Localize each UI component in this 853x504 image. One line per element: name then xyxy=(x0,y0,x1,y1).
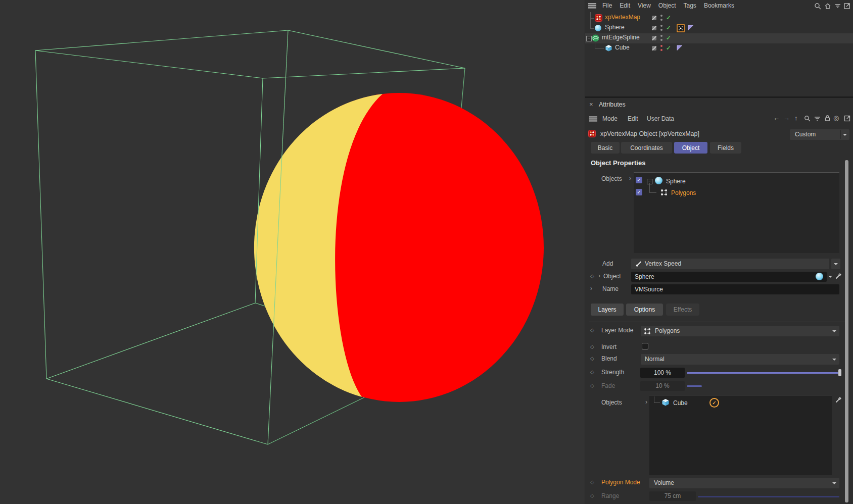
checkbox-checked[interactable]: ✓ xyxy=(636,177,642,183)
filter-icon[interactable] xyxy=(814,116,821,122)
menu-edit[interactable]: Edit xyxy=(628,115,638,122)
keyframe-diamond-icon[interactable]: ◇ xyxy=(590,327,594,333)
3d-viewport[interactable] xyxy=(0,0,585,504)
search-icon[interactable] xyxy=(804,115,811,122)
vertex-map-tag-icon[interactable] xyxy=(677,24,685,32)
keyframe-diamond-icon[interactable]: ◇ xyxy=(590,356,594,361)
om-item-label[interactable]: mtEdgeSpline xyxy=(602,34,640,41)
layer-square-icon[interactable] xyxy=(652,36,656,40)
add-dropdown-button[interactable] xyxy=(831,259,840,269)
om-row-cube[interactable]: Cube ✓ xyxy=(585,43,853,54)
eyedropper-icon[interactable] xyxy=(835,273,842,280)
enabled-check-icon[interactable]: ✓ xyxy=(666,44,671,52)
close-icon[interactable]: × xyxy=(589,100,593,108)
search-icon[interactable] xyxy=(814,3,821,10)
keyframe-diamond-icon[interactable]: ◇ xyxy=(590,369,594,375)
target-icon[interactable]: ◎ xyxy=(833,114,839,122)
menu-object[interactable]: Object xyxy=(658,2,676,9)
subtab-layers[interactable]: Layers xyxy=(591,304,624,316)
list-item-cube[interactable]: Cube ✓ xyxy=(649,397,832,409)
hamburger-icon[interactable] xyxy=(588,3,596,9)
list-item-label[interactable]: Cube xyxy=(673,399,688,407)
strength-slider[interactable] xyxy=(687,368,842,378)
object-link-field[interactable]: Sphere xyxy=(631,272,827,282)
keyframe-diamond-icon[interactable]: ◇ xyxy=(590,479,594,485)
subtab-options[interactable]: Options xyxy=(626,304,663,316)
polygon-mode-dropdown[interactable]: Volume xyxy=(649,478,839,488)
om-row-xpvertexmap[interactable]: xpVertexMap ✓ xyxy=(585,13,853,23)
subtab-effects[interactable]: Effects xyxy=(666,304,699,316)
keyframe-diamond-icon[interactable]: ◇ xyxy=(590,344,594,349)
name-input[interactable]: VMSource xyxy=(631,284,839,294)
phong-tag-icon[interactable] xyxy=(677,45,683,51)
preset-dropdown[interactable]: Custom xyxy=(790,129,849,140)
visibility-dots-icon[interactable] xyxy=(660,45,663,52)
menu-user-data[interactable]: User Data xyxy=(647,115,674,122)
chevron-right-icon[interactable]: › xyxy=(645,398,647,406)
object-manager-menubar: File Edit View Object Tags Bookmarks xyxy=(602,2,734,9)
tree-row-polygons[interactable]: ✓ Polygons xyxy=(634,187,839,198)
back-arrow-icon[interactable]: ← xyxy=(773,114,780,122)
filter-icon[interactable] xyxy=(834,3,841,10)
chevron-right-icon[interactable]: › xyxy=(590,285,592,292)
strength-value[interactable]: 100 % xyxy=(640,368,685,378)
layer-mode-dropdown[interactable]: Polygons xyxy=(641,326,839,336)
cube-icon xyxy=(661,398,670,407)
tab-basic[interactable]: Basic xyxy=(591,142,620,154)
menu-bookmarks[interactable]: Bookmarks xyxy=(704,2,734,9)
collapse-expander-icon[interactable]: − xyxy=(586,36,592,41)
tree-item-label[interactable]: Polygons xyxy=(671,189,696,196)
invert-checkbox[interactable] xyxy=(642,343,648,349)
objects-list-box[interactable]: Cube ✓ xyxy=(649,395,832,475)
checkbox-checked[interactable]: ✓ xyxy=(636,189,642,195)
om-row-mtedgespline[interactable]: − mtEdgeSpline ✓ xyxy=(585,33,853,43)
tab-object[interactable]: Object xyxy=(674,142,707,154)
tab-fields[interactable]: Fields xyxy=(710,142,741,154)
new-window-icon[interactable] xyxy=(844,115,850,122)
enabled-check-badge[interactable]: ✓ xyxy=(709,398,719,408)
visibility-dots-icon[interactable] xyxy=(660,25,663,32)
menu-view[interactable]: View xyxy=(638,2,651,9)
blend-dropdown[interactable]: Normal xyxy=(641,354,839,365)
enabled-check-icon[interactable]: ✓ xyxy=(666,24,671,31)
preset-value: Custom xyxy=(795,131,816,138)
om-row-sphere[interactable]: Sphere ✓ xyxy=(585,23,853,33)
om-item-label[interactable]: Sphere xyxy=(605,24,625,31)
slider-handle[interactable] xyxy=(838,369,841,376)
chevron-right-icon[interactable]: › xyxy=(629,175,631,182)
menu-edit[interactable]: Edit xyxy=(620,2,630,9)
up-arrow-icon[interactable]: ↑ xyxy=(794,114,798,122)
object-field-label: Object xyxy=(603,273,621,280)
layer-square-icon[interactable] xyxy=(652,26,656,30)
new-window-icon[interactable] xyxy=(843,3,850,10)
forward-arrow-icon[interactable]: → xyxy=(783,114,790,122)
visibility-dots-icon[interactable] xyxy=(660,15,663,22)
lock-icon[interactable] xyxy=(824,115,831,122)
tab-coordinates[interactable]: Coordinates xyxy=(621,142,672,154)
tree-row-sphere[interactable]: ✓ − Sphere xyxy=(634,175,839,186)
enabled-check-icon[interactable]: ✓ xyxy=(666,14,671,21)
enabled-check-icon[interactable]: ✓ xyxy=(666,34,671,41)
om-row-controls: ✓ xyxy=(651,13,681,23)
menu-tags[interactable]: Tags xyxy=(684,2,696,9)
menu-file[interactable]: File xyxy=(602,2,612,9)
om-item-label[interactable]: Cube xyxy=(615,44,630,51)
layer-square-icon[interactable] xyxy=(652,16,656,20)
add-dropdown[interactable]: Vertex Speed xyxy=(631,259,829,269)
menu-mode[interactable]: Mode xyxy=(602,115,618,122)
chevron-down-icon[interactable] xyxy=(828,276,832,278)
add-label: Add xyxy=(602,260,613,267)
chevron-right-icon[interactable]: › xyxy=(598,272,600,279)
om-item-label[interactable]: xpVertexMap xyxy=(605,14,640,21)
visibility-dots-icon[interactable] xyxy=(660,35,663,42)
viewport-canvas xyxy=(0,0,585,504)
layer-square-icon[interactable] xyxy=(652,46,656,51)
keyframe-diamond-icon[interactable]: ◇ xyxy=(590,273,594,279)
objects-tree-box[interactable]: ✓ − Sphere ✓ Polygons xyxy=(634,172,839,253)
tree-item-label[interactable]: Sphere xyxy=(666,178,686,185)
hamburger-icon[interactable] xyxy=(589,116,597,122)
eyedropper-icon[interactable] xyxy=(835,396,842,404)
phong-tag-icon[interactable] xyxy=(688,25,694,31)
scrollbar[interactable] xyxy=(845,160,848,502)
home-icon[interactable] xyxy=(824,3,831,10)
